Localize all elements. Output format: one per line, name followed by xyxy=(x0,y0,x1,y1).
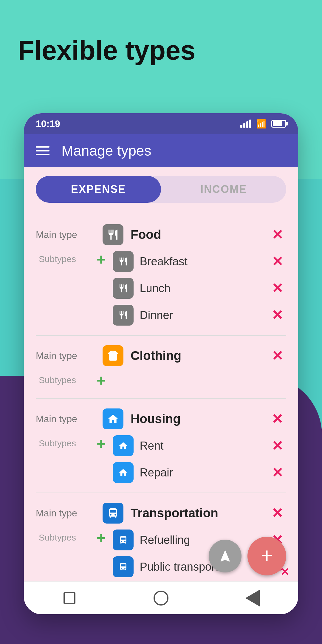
repair-delete-button[interactable]: ✕ xyxy=(269,462,286,484)
menu-button[interactable] xyxy=(36,146,49,155)
housing-name: Housing xyxy=(131,412,261,426)
battery-icon xyxy=(271,120,286,128)
clothing-delete-button[interactable]: ✕ xyxy=(269,345,286,367)
main-type-label-transportation: Main type xyxy=(36,508,95,519)
housing-delete-button[interactable]: ✕ xyxy=(269,408,286,430)
main-type-label-clothing: Main type xyxy=(36,350,95,361)
nav-circle-icon xyxy=(154,591,168,606)
food-delete-button[interactable]: ✕ xyxy=(269,224,286,246)
breakfast-delete-button[interactable]: ✕ xyxy=(269,250,286,273)
add-fab-icon: + xyxy=(261,545,273,566)
status-time: 10:19 xyxy=(36,118,60,129)
main-type-row-transportation: Main type Transportation ✕ xyxy=(36,502,286,524)
subtypes-row-housing: Subtypes + Rent ✕ Repair xyxy=(36,435,286,484)
main-type-label-housing: Main type xyxy=(36,414,95,425)
signal-bars-icon xyxy=(240,120,251,128)
lunch-delete-button[interactable]: ✕ xyxy=(269,277,286,299)
housing-icon xyxy=(103,408,123,429)
subtypes-label-transportation: Subtypes xyxy=(39,529,89,543)
breakfast-icon xyxy=(113,251,134,272)
category-clothing: Main type Clothing ✕ Subtypes + xyxy=(36,336,286,399)
navigate-fab-button[interactable] xyxy=(209,540,242,572)
subtype-lunch: Lunch ✕ xyxy=(113,277,286,299)
status-bar: 10:19 📶 xyxy=(24,113,298,134)
housing-subtypes-list: Rent ✕ Repair ✕ xyxy=(113,435,286,484)
subtype-rent: Rent ✕ xyxy=(113,435,286,457)
category-housing: Main type Housing ✕ Subtypes + Rent ✕ xyxy=(36,399,286,493)
clothing-name: Clothing xyxy=(131,349,261,363)
toggle-tabs: EXPENSE INCOME xyxy=(36,176,286,203)
repair-label: Repair xyxy=(140,466,263,479)
nav-home-button[interactable] xyxy=(152,589,170,607)
nav-triangle-icon xyxy=(245,590,260,606)
category-food: Main type Food ✕ Subtypes + Breakfast ✕ xyxy=(36,215,286,336)
subtypes-label-clothing: Subtypes xyxy=(39,371,89,385)
lunch-label: Lunch xyxy=(140,282,263,295)
food-add-subtype-button[interactable]: + xyxy=(95,250,107,268)
subtype-repair: Repair ✕ xyxy=(113,462,286,484)
app-bar-title: Manage types xyxy=(61,143,151,159)
bottom-nav xyxy=(24,581,298,614)
nav-square-button[interactable] xyxy=(61,589,78,607)
food-subtypes-list: Breakfast ✕ Lunch ✕ Dinner xyxy=(113,250,286,326)
subtype-dinner: Dinner ✕ xyxy=(113,304,286,326)
nav-square-icon xyxy=(64,592,75,604)
main-type-row-food: Main type Food ✕ xyxy=(36,224,286,246)
wifi-icon: 📶 xyxy=(256,119,267,129)
page-title: Flexible types xyxy=(18,36,195,65)
subtypes-label-housing: Subtypes xyxy=(39,435,89,448)
rent-delete-button[interactable]: ✕ xyxy=(269,435,286,457)
food-icon xyxy=(103,224,123,245)
app-bar: Manage types xyxy=(24,134,298,167)
tab-income[interactable]: INCOME xyxy=(161,176,286,203)
subtypes-row-food: Subtypes + Breakfast ✕ Lunch xyxy=(36,250,286,326)
breakfast-label: Breakfast xyxy=(140,255,263,268)
subtype-breakfast: Breakfast ✕ xyxy=(113,250,286,273)
status-icons: 📶 xyxy=(240,119,286,129)
subtypes-label-food: Subtypes xyxy=(39,250,89,264)
dinner-icon xyxy=(113,305,134,326)
subtypes-row-clothing: Subtypes + xyxy=(36,371,286,389)
rent-icon xyxy=(113,435,134,456)
transportation-icon xyxy=(103,503,123,524)
transportation-delete-button[interactable]: ✕ xyxy=(269,502,286,524)
clothing-icon xyxy=(103,345,123,366)
main-type-row-housing: Main type Housing ✕ xyxy=(36,408,286,430)
tab-expense[interactable]: EXPENSE xyxy=(36,176,161,203)
refuelling-icon xyxy=(113,530,134,550)
clothing-add-subtype-button[interactable]: + xyxy=(95,371,107,389)
public-transport-icon xyxy=(113,556,134,577)
dinner-label: Dinner xyxy=(140,309,263,322)
repair-icon xyxy=(113,462,134,483)
main-type-label-food: Main type xyxy=(36,229,95,240)
food-name: Food xyxy=(131,227,261,242)
add-fab-button[interactable]: + ✕ xyxy=(247,537,286,575)
phone-frame: 10:19 📶 Manage types EXPENSE INC xyxy=(24,113,298,614)
lunch-icon xyxy=(113,278,134,299)
transportation-name: Transportation xyxy=(131,506,261,520)
fab-delete-overlay: ✕ xyxy=(280,566,289,578)
battery-fill xyxy=(273,121,282,126)
dinner-delete-button[interactable]: ✕ xyxy=(269,304,286,326)
fab-container: + ✕ xyxy=(209,537,286,575)
nav-back-button[interactable] xyxy=(244,589,261,607)
rent-label: Rent xyxy=(140,439,263,452)
main-type-row-clothing: Main type Clothing ✕ xyxy=(36,345,286,367)
housing-add-subtype-button[interactable]: + xyxy=(95,435,107,453)
transportation-add-subtype-button[interactable]: + xyxy=(95,529,107,547)
